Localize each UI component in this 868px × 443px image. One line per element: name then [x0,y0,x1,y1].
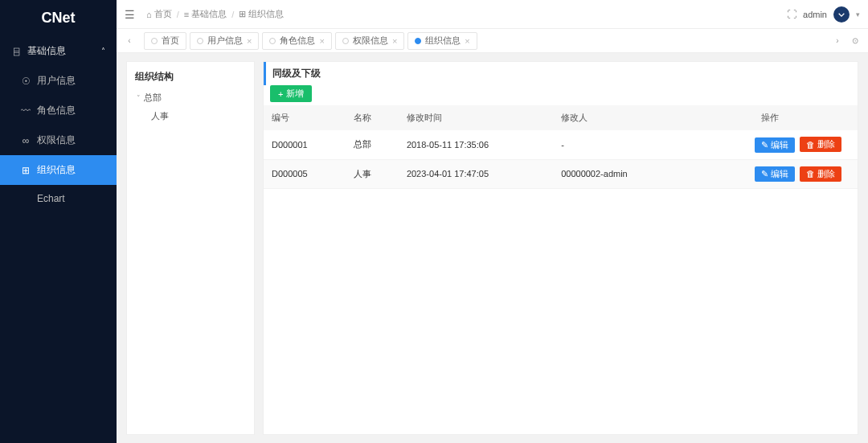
breadcrumb-item-home[interactable]: ⌂首页 [146,8,172,20]
cell-ops: ✎编辑 🗑删除 [683,130,858,159]
cell-time: 2023-04-01 17:47:05 [399,159,553,189]
cell-id: D000005 [264,159,346,189]
nav-item-label: 角色信息 [37,104,76,117]
cell-name: 总部 [346,130,399,159]
tabs-scroll-right[interactable]: › [829,36,845,45]
home-icon: ⌂ [146,10,152,19]
nav-item-user-info[interactable]: ☉ 用户信息 [0,66,117,96]
tab-dot-icon [415,38,421,44]
edit-button[interactable]: ✎编辑 [755,166,795,182]
col-editor: 修改人 [553,105,682,130]
tab-permission-info[interactable]: 权限信息 × [335,32,404,50]
sidebar: CNet ⌸ 基础信息 ˄ ☉ 用户信息 〰 角色信息 ∞ 权限信息 ⊞ 组织信… [0,0,117,443]
close-icon[interactable]: × [465,36,469,46]
close-icon[interactable]: × [247,36,252,46]
tab-dot-icon [197,38,203,44]
tree-node-label: 人事 [151,110,169,122]
delete-button[interactable]: 🗑删除 [800,137,841,152]
data-table: 编号 名称 修改时间 修改人 操作 D000001 总部 2018-05-11 … [264,105,858,189]
org-icon: ⊞ [239,9,246,19]
nav-item-permission-info[interactable]: ∞ 权限信息 [0,125,117,155]
close-icon[interactable]: × [392,36,397,46]
tab-role-info[interactable]: 角色信息 × [262,32,331,50]
trash-icon: 🗑 [806,169,815,178]
cell-id: D000001 [264,130,346,159]
delete-button[interactable]: 🗑删除 [800,166,841,182]
nav-item-label: 权限信息 [37,133,76,147]
tree-node-label: 总部 [144,92,162,104]
tab-dot-icon [269,38,276,44]
content-area: 组织结构 ˅ 总部 人事 同级及下级 + 新增 编号 名称 修改时间 [117,53,868,443]
nav-group-basic-info[interactable]: ⌸ 基础信息 ˄ [0,36,117,66]
tab-org-info[interactable]: 组织信息 × [407,32,477,50]
add-button-label: 新增 [286,88,304,100]
tabs-scroll: 首页 × 用户信息 × 角色信息 × 权限信息 × 组织信息 × [141,32,826,50]
plus-icon: + [278,89,283,99]
infinity-icon: ∞ [21,135,31,146]
nav-item-echart[interactable]: Echart [0,185,117,212]
tab-user-info[interactable]: 用户信息 × [190,32,259,50]
tab-label: 权限信息 [353,35,388,47]
col-id: 编号 [264,105,346,130]
topbar: ☰ ⌂首页 / ≡基础信息 / ⊞组织信息 ⛶ admin ▾ [117,0,868,29]
tab-label: 首页 [162,35,179,47]
collapse-icon[interactable]: ˅ [137,94,141,102]
breadcrumb-sep: / [177,10,179,19]
layers-icon: ≡ [184,10,189,19]
breadcrumb-sep: / [231,10,234,19]
org-tree-panel: 组织结构 ˅ 总部 人事 [126,61,255,435]
nav-item-label: 组织信息 [37,163,76,177]
database-icon: ⌸ [11,46,21,57]
table-panel: 同级及下级 + 新增 编号 名称 修改时间 修改人 操作 D0 [263,61,858,435]
pencil-icon: ✎ [761,169,768,179]
chart-icon: 〰 [21,105,31,117]
col-time: 修改时间 [399,105,553,130]
nav-item-role-info[interactable]: 〰 角色信息 [0,96,117,125]
fullscreen-icon[interactable]: ⛶ [787,9,796,20]
main-area: ☰ ⌂首页 / ≡基础信息 / ⊞组织信息 ⛶ admin ▾ ‹ 首页 × [117,0,868,443]
cell-editor: - [553,130,682,159]
breadcrumb: ⌂首页 / ≡基础信息 / ⊞组织信息 [146,8,284,20]
col-op: 操作 [683,105,858,130]
nav-item-org-info[interactable]: ⊞ 组织信息 [0,155,117,185]
tab-dot-icon [151,38,158,44]
app-logo: CNet [0,0,117,36]
close-icon[interactable]: × [319,36,324,46]
tab-label: 角色信息 [280,35,315,47]
nav-group-label: 基础信息 [27,44,66,58]
user-name: admin [803,10,827,19]
nav-item-label: 用户信息 [37,74,76,88]
org-icon: ⊞ [21,165,31,176]
col-name: 名称 [346,105,399,130]
cell-ops: ✎编辑 🗑删除 [683,159,858,189]
tabs-scroll-left[interactable]: ‹ [121,36,137,45]
breadcrumb-item-basic[interactable]: ≡基础信息 [184,8,227,20]
menu-toggle-icon[interactable]: ☰ [125,8,135,21]
add-button[interactable]: + 新增 [270,85,312,102]
user-icon: ☉ [21,76,31,87]
tab-home[interactable]: 首页 × [144,32,186,50]
dropdown-caret-icon[interactable]: ▾ [856,10,860,18]
avatar[interactable] [833,6,850,23]
trash-icon: 🗑 [806,140,815,150]
tab-dot-icon [342,38,349,44]
pencil-icon: ✎ [761,140,768,150]
topbar-right: ⛶ admin ▾ [787,6,860,23]
tree-node-root[interactable]: ˅ 总部 [127,88,254,107]
tabs-close-all-icon[interactable]: ⊙ [847,36,863,45]
tree-node-child[interactable]: 人事 [127,107,254,125]
table-header-row: 编号 名称 修改时间 修改人 操作 [264,105,858,130]
tree-header: 组织结构 [127,68,254,88]
tab-label: 用户信息 [207,35,243,47]
table-header-title: 同级及下级 [264,62,858,85]
table-row: D000005 人事 2023-04-01 17:47:05 00000002-… [264,159,858,189]
tabs-bar: ‹ 首页 × 用户信息 × 角色信息 × 权限信息 × [117,29,868,53]
cell-name: 人事 [346,159,399,189]
tabs-extra: › ⊙ [829,36,863,45]
breadcrumb-item-org[interactable]: ⊞组织信息 [239,8,284,20]
cell-editor: 00000002-admin [553,159,682,189]
chevron-up-icon: ˄ [101,47,105,55]
tab-label: 组织信息 [425,35,461,47]
edit-button[interactable]: ✎编辑 [755,137,795,153]
nav-item-label: Echart [37,193,65,204]
